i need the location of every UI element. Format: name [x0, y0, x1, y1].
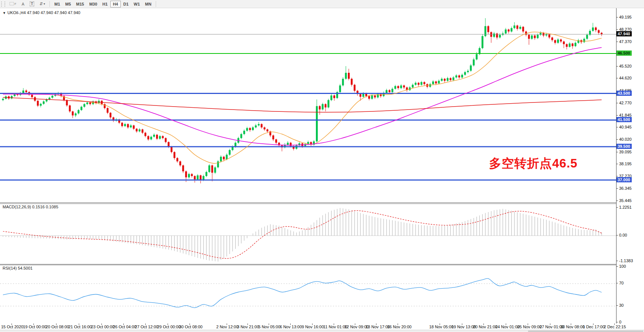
date-label: 20 Nov 21:00 [473, 325, 497, 329]
font-tool-label: A [22, 2, 24, 6]
ma-slow-line [3, 97, 602, 112]
toolbar: F A T ⇵ ▾ M1M5M15M30H1H4D1W1MN [0, 0, 644, 8]
rsi-tick-label: 70 [619, 281, 624, 285]
price-tag-41.500: 41.500 [617, 117, 632, 122]
font-tool-button[interactable]: A [19, 1, 27, 7]
date-label: 21 Oct 16:00 [68, 325, 92, 329]
price-chart-panel[interactable] [0, 8, 616, 203]
toolbar-separator [156, 1, 156, 7]
date-label: 18 Nov 05:00 [429, 325, 453, 329]
macd-tick-label: 0.00 [619, 233, 627, 237]
chart-title: ▼UKOil-,H4 47.940 47.940 47.940 47.940 [3, 10, 80, 15]
price-tag-43.500: 43.500 [617, 91, 632, 96]
macd-histogram [3, 208, 602, 261]
date-label: 12 Nov 09:00 [344, 325, 369, 329]
date-label: 24 Nov 01:00 [495, 325, 520, 329]
date-label: 30 Oct 08:00 [179, 325, 203, 329]
date-label: 27 Oct 12:00 [135, 325, 158, 329]
timeframe-button-m30[interactable]: M30 [87, 1, 100, 7]
date-label: 2 Dec 22:15 [604, 325, 626, 329]
chart-shift-icon[interactable]: F [7, 1, 19, 7]
sort-arrows-icon: ⇵ [39, 1, 43, 6]
price-axis[interactable]: 49.19548.27047.37045.52044.62043.68542.7… [616, 8, 644, 323]
timeframe-button-h4[interactable]: H4 [110, 1, 121, 7]
rsi-tick-label: 100 [619, 264, 626, 268]
date-label: 3 Nov 21:00 [237, 325, 259, 329]
date-label: 9 Nov 16:00 [302, 325, 324, 329]
date-label: 15 Oct 2020 [1, 325, 23, 329]
price-tick-label: 40.945 [619, 125, 632, 129]
toolbar-grip-handle[interactable] [1, 1, 5, 7]
timeframe-button-group: M1M5M15M30H1H4D1W1MN [52, 1, 154, 7]
macd-tick-label: 1.2251 [619, 205, 632, 209]
chart-shift-label: F [14, 2, 16, 6]
price-tick-label: 42.770 [619, 101, 632, 105]
date-label: 13 Nov 17:00 [366, 325, 390, 329]
scrollbar-thumb[interactable] [528, 331, 643, 332]
macd-indicator-label: MACD(12,26,9) 0.1516 0.1085 [3, 205, 58, 209]
price-tick-label: 49.195 [619, 15, 632, 19]
price-tick-label: 47.370 [619, 39, 632, 44]
price-tick-label: 38.195 [619, 162, 632, 166]
arrange-tool-button[interactable]: ⇵ ▾ [37, 1, 48, 7]
text-label-icon: T [30, 1, 34, 6]
chart-text-annotation: 多空转折点46.5 [489, 155, 577, 172]
price-tick-label: 40.020 [619, 137, 632, 141]
macd-tick-label: -1.1383 [619, 258, 633, 263]
date-label: 6 Nov 13:00 [280, 325, 302, 329]
price-tick-label: 36.345 [619, 186, 632, 191]
price-tag-46.500: 46.500 [617, 51, 632, 56]
rsi-line [3, 279, 602, 308]
chevron-down-icon: ▾ [43, 2, 45, 6]
toolbar-separator [49, 1, 50, 7]
price-tag-39.500: 39.500 [617, 144, 632, 149]
rsi-tick-label: 0 [619, 320, 621, 324]
timeframe-button-mn[interactable]: MN [142, 1, 154, 7]
price-tag-47.940: 47.940 [617, 31, 632, 36]
date-label: 23 Oct 00:00 [91, 325, 114, 329]
date-label: 11 Nov 01:00 [323, 325, 347, 329]
date-label: 25 Nov 09:00 [517, 325, 541, 329]
chart-title-text: UKOil-,H4 47.940 47.940 47.940 47.940 [7, 10, 80, 15]
date-label: 30 Nov 08:00 [560, 325, 585, 329]
rsi-tick-label: 30 [619, 303, 624, 307]
price-tick-label: 41.845 [619, 113, 632, 117]
price-tag-37.000: 37.000 [617, 177, 632, 182]
rsi-indicator-label: RSI(14) 54.5001 [3, 266, 33, 270]
date-label: 19 Nov 13:00 [452, 325, 476, 329]
horizontal-scrollbar[interactable] [0, 330, 644, 332]
price-tick-label: 39.095 [619, 150, 632, 154]
macd-indicator-panel[interactable] [0, 204, 616, 264]
text-label-tool-button[interactable]: T [27, 1, 37, 7]
price-tick-label: 44.620 [619, 76, 632, 80]
date-label: 19 Oct 00:00 [23, 325, 46, 329]
ma-mid-line [3, 48, 602, 145]
date-label: 1 Dec 17:00 [583, 325, 605, 329]
timeframe-button-h1[interactable]: H1 [100, 1, 110, 7]
timeframe-button-m5[interactable]: M5 [63, 1, 74, 7]
timeframe-button-m15[interactable]: M15 [74, 1, 87, 7]
date-label: 2 Nov 12:00 [216, 325, 238, 329]
price-tick-label: 35.445 [619, 198, 632, 203]
date-label: 20 Oct 08:00 [46, 325, 69, 329]
rsi-indicator-panel[interactable] [0, 265, 616, 324]
timeframe-button-d1[interactable]: D1 [121, 1, 131, 7]
date-label: 29 Oct 00:00 [157, 325, 181, 329]
date-label: 26 Oct 04:00 [113, 325, 136, 329]
date-axis[interactable]: 15 Oct 202019 Oct 00:0020 Oct 08:0021 Oc… [0, 323, 644, 330]
chart-area: ▼UKOil-,H4 47.940 47.940 47.940 47.940 M… [0, 8, 644, 332]
date-label: 16 Nov 20:00 [387, 325, 411, 329]
trading-platform-window: F A T ⇵ ▾ M1M5M15M30H1H4D1W1MN ▼UKOil-,H… [0, 0, 644, 332]
timeframe-button-w1[interactable]: W1 [131, 1, 143, 7]
price-tick-label: 45.520 [619, 64, 632, 68]
symbol-dropdown-icon[interactable]: ▼ [3, 11, 6, 15]
date-label: 5 Nov 05:00 [258, 325, 280, 329]
timeframe-button-m1[interactable]: M1 [52, 1, 62, 7]
dotted-grid-icon [9, 2, 14, 6]
